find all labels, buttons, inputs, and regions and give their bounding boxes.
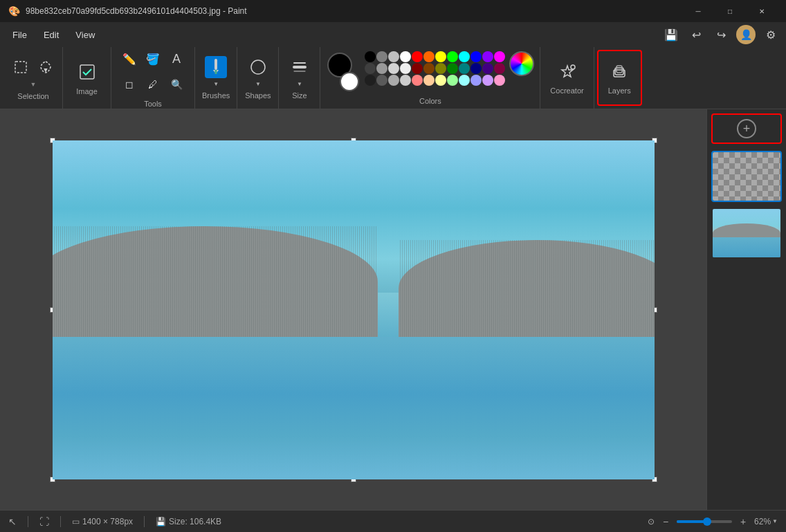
brushes-button[interactable] [205, 56, 227, 78]
selection-tools-bottom: ▼ [30, 81, 37, 88]
layers-toolbar-button[interactable] [608, 62, 630, 84]
svg-point-4 [251, 60, 265, 74]
rectangular-select-button[interactable] [10, 56, 32, 78]
text-button[interactable]: A [165, 48, 188, 71]
titlebar-controls: ─ □ ✕ [682, 0, 778, 22]
size-dropdown[interactable]: ▼ [297, 81, 302, 87]
menubar: File Edit View 💾 ↩ ↪ 👤 ⚙ [0, 22, 786, 47]
color-swatch[interactable] [447, 51, 458, 62]
color-swatch[interactable] [423, 63, 435, 74]
color-swatch[interactable] [494, 75, 505, 86]
color-swatch[interactable] [412, 63, 423, 74]
titlebar-title: 98be832ceb70a99fd5cdb693b2496101d4404503… [26, 6, 677, 16]
color-swatch[interactable] [376, 63, 387, 74]
color-swatch[interactable] [435, 51, 446, 62]
zoom-slider[interactable] [677, 520, 732, 523]
color-swatch[interactable] [459, 51, 470, 62]
layers-section[interactable]: Layers [597, 50, 642, 106]
hills [53, 199, 655, 337]
selection-dropdown[interactable]: ▼ [30, 81, 37, 88]
shapes-button[interactable] [247, 56, 269, 78]
color-swatch[interactable] [376, 51, 387, 62]
canvas-area [0, 109, 706, 510]
zoom-out-button[interactable]: − [659, 515, 673, 529]
canvas-container[interactable] [0, 109, 706, 510]
user-icon[interactable]: 👤 [736, 25, 756, 44]
magnify-button[interactable]: 🔍 [165, 73, 188, 95]
canvas-image[interactable] [53, 140, 655, 479]
color-swatch[interactable] [482, 75, 493, 86]
color-swatch[interactable] [388, 51, 399, 62]
undo-button[interactable]: ↩ [686, 25, 706, 44]
close-button[interactable]: ✕ [746, 0, 778, 22]
freeform-select-button[interactable] [35, 56, 57, 78]
color-swatch[interactable] [482, 63, 493, 74]
pencil-button[interactable]: ✏️ [118, 48, 140, 71]
eraser-button[interactable]: ◻ [118, 73, 140, 95]
color-swatch[interactable] [435, 75, 446, 86]
color-swatch[interactable] [494, 63, 505, 74]
shapes-dropdown[interactable]: ▼ [255, 81, 261, 87]
cocreator-label: Cocreator [550, 86, 583, 95]
color-swatch[interactable] [447, 63, 458, 74]
pointer-tool-status[interactable]: ↖ [8, 516, 17, 527]
settings-button[interactable]: ⚙ [761, 25, 780, 44]
brushes-dropdown[interactable]: ▼ [213, 81, 219, 87]
size-button[interactable] [289, 56, 311, 78]
color-picker-button[interactable]: 🖊 [142, 73, 164, 95]
menu-view[interactable]: View [68, 27, 102, 43]
redo-button[interactable]: ↪ [711, 25, 731, 44]
color-wheel-button[interactable] [509, 51, 534, 76]
fill-button[interactable]: 🪣 [142, 48, 164, 71]
image-section: Image [63, 47, 111, 109]
hill-texture-left [53, 226, 378, 337]
color-swatch[interactable] [423, 75, 435, 86]
color-swatch[interactable] [470, 63, 482, 74]
color-swatch[interactable] [376, 75, 387, 86]
color-swatch[interactable] [482, 51, 493, 62]
color-swatch[interactable] [365, 75, 376, 86]
layer-2-item[interactable] [711, 208, 782, 259]
maximize-button[interactable]: □ [714, 0, 746, 22]
color-swatch[interactable] [388, 75, 399, 86]
background-color[interactable] [340, 72, 359, 91]
layer-1-item[interactable] [711, 151, 782, 202]
brushes-section: ▼ Brushes [195, 47, 237, 109]
color-swatch[interactable] [470, 75, 482, 86]
image-crop-button[interactable] [76, 61, 98, 83]
shapes-label: Shapes [245, 91, 271, 100]
color-swatch[interactable] [423, 51, 435, 62]
color-swatch[interactable] [400, 51, 411, 62]
zoom-percent-display[interactable]: 62% ▼ [754, 517, 778, 526]
color-swatch[interactable] [365, 63, 376, 74]
app-icon: 🎨 [8, 6, 20, 17]
color-swatch[interactable] [459, 63, 470, 74]
menu-file[interactable]: File [6, 27, 34, 43]
color-swatch[interactable] [447, 75, 458, 86]
save-button[interactable]: 💾 [661, 25, 681, 44]
color-swatch[interactable] [459, 75, 470, 86]
layers-panel: + [706, 109, 786, 510]
zoom-in-button[interactable]: + [736, 515, 750, 529]
color-swatch[interactable] [435, 63, 446, 74]
color-swatch[interactable] [400, 75, 411, 86]
color-swatch[interactable] [412, 51, 423, 62]
fit-screen-status[interactable]: ⛶ [39, 516, 49, 527]
minimize-button[interactable]: ─ [682, 0, 714, 22]
color-swatch[interactable] [400, 63, 411, 74]
color-swatch[interactable] [412, 75, 423, 86]
tools-label: Tools [144, 100, 162, 108]
color-swatch[interactable] [494, 51, 505, 62]
canvas-with-handles [53, 140, 655, 479]
add-layer-button[interactable]: + [711, 113, 782, 144]
camera-icon: ⊙ [648, 517, 655, 526]
svg-rect-0 [15, 62, 26, 73]
status-sep-2 [60, 516, 61, 527]
color-swatch[interactable] [388, 63, 399, 74]
menu-edit[interactable]: Edit [37, 27, 66, 43]
cocreator-button[interactable] [556, 62, 578, 84]
color-swatch[interactable] [470, 51, 482, 62]
color-swatch[interactable] [365, 51, 376, 62]
image-label: Image [76, 87, 98, 95]
hill-left [53, 226, 378, 337]
